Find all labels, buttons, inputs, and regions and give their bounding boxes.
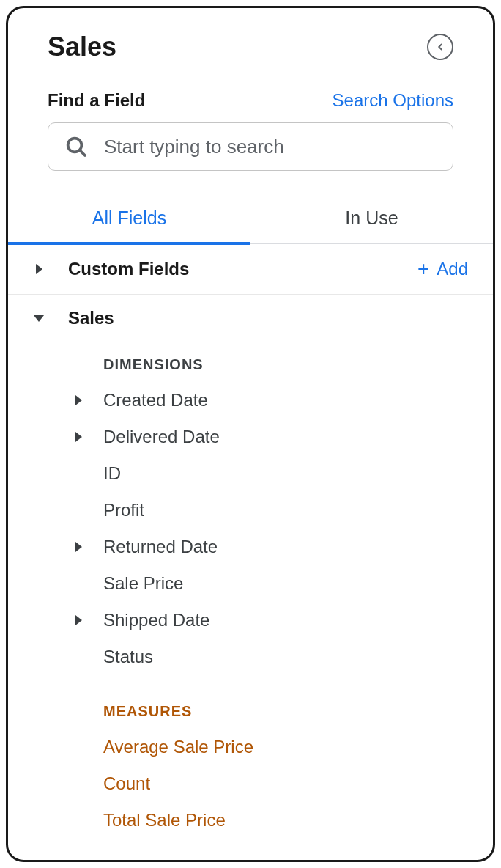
dimensions-header: DIMENSIONS bbox=[8, 342, 493, 382]
field-label: Count bbox=[103, 773, 150, 794]
panel-title: Sales bbox=[48, 32, 116, 62]
panel-header: Sales bbox=[8, 8, 493, 77]
chevron-left-icon bbox=[435, 42, 445, 52]
expand-arrow bbox=[33, 264, 45, 274]
field-label: Returned Date bbox=[103, 537, 218, 557]
section-label: Custom Fields bbox=[68, 259, 417, 279]
search-icon bbox=[64, 135, 88, 158]
search-section: Find a Field Search Options bbox=[8, 77, 493, 193]
triangle-right-icon bbox=[75, 432, 82, 442]
field-label: Profit bbox=[103, 500, 144, 521]
expand-arrow bbox=[73, 542, 84, 552]
expand-arrow bbox=[33, 315, 45, 322]
measure-field[interactable]: Average Sale Price bbox=[8, 729, 493, 765]
expand-arrow bbox=[73, 615, 84, 625]
measures-header: MEASURES bbox=[8, 675, 493, 729]
field-label: Created Date bbox=[103, 390, 208, 411]
expand-arrow bbox=[73, 395, 84, 405]
dimension-field[interactable]: Shipped Date bbox=[8, 602, 493, 639]
dimension-field[interactable]: Created Date bbox=[8, 382, 493, 419]
expand-arrow bbox=[73, 432, 84, 442]
measures-list: Average Sale PriceCountTotal Sale Price bbox=[8, 729, 493, 839]
add-custom-field-button[interactable]: + Add bbox=[417, 257, 468, 281]
collapse-button[interactable] bbox=[427, 34, 453, 60]
search-box[interactable] bbox=[48, 122, 453, 171]
triangle-right-icon bbox=[75, 395, 82, 405]
section-label: Sales bbox=[68, 308, 468, 328]
triangle-down-icon bbox=[34, 315, 44, 322]
field-label: ID bbox=[103, 463, 121, 484]
dimension-field[interactable]: Delivered Date bbox=[8, 419, 493, 455]
field-label: Average Sale Price bbox=[103, 737, 253, 757]
search-input[interactable] bbox=[104, 136, 437, 158]
tab-in-use[interactable]: In Use bbox=[250, 193, 493, 243]
svg-line-1 bbox=[80, 150, 85, 155]
field-picker-panel: Sales Find a Field Search Options All Fi… bbox=[6, 6, 495, 862]
search-options-link[interactable]: Search Options bbox=[333, 90, 453, 111]
triangle-right-icon bbox=[75, 542, 82, 552]
measure-field[interactable]: Total Sale Price bbox=[8, 802, 493, 839]
dimension-field[interactable]: ID bbox=[8, 455, 493, 492]
dimension-field[interactable]: Returned Date bbox=[8, 529, 493, 565]
search-labels: Find a Field Search Options bbox=[48, 90, 453, 111]
triangle-right-icon bbox=[75, 615, 82, 625]
field-label: Sale Price bbox=[103, 573, 183, 594]
add-label: Add bbox=[437, 259, 468, 279]
plus-icon: + bbox=[417, 257, 429, 281]
tab-all-fields[interactable]: All Fields bbox=[8, 193, 250, 243]
dimension-field[interactable]: Status bbox=[8, 639, 493, 675]
section-sales[interactable]: Sales bbox=[8, 295, 493, 342]
dimension-field[interactable]: Profit bbox=[8, 492, 493, 529]
find-field-label: Find a Field bbox=[48, 90, 145, 111]
field-label: Status bbox=[103, 647, 153, 667]
field-label: Delivered Date bbox=[103, 427, 220, 447]
dimension-field[interactable]: Sale Price bbox=[8, 565, 493, 602]
tabs: All Fields In Use bbox=[8, 193, 493, 244]
field-label: Shipped Date bbox=[103, 610, 209, 630]
triangle-right-icon bbox=[36, 264, 42, 274]
field-label: Total Sale Price bbox=[103, 810, 226, 831]
measure-field[interactable]: Count bbox=[8, 765, 493, 802]
dimensions-list: Created DateDelivered DateIDProfitReturn… bbox=[8, 382, 493, 675]
section-custom-fields[interactable]: Custom Fields + Add bbox=[8, 244, 493, 295]
